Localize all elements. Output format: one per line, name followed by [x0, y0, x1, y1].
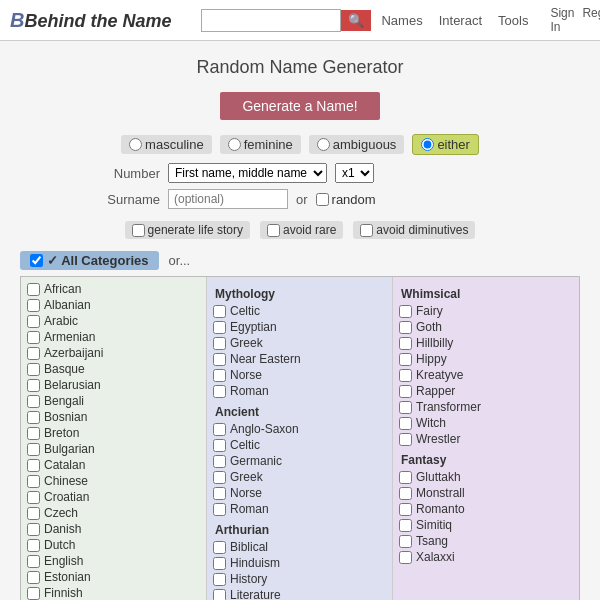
cat-african[interactable]: African: [27, 281, 200, 297]
cat-goth[interactable]: Goth: [399, 319, 573, 335]
cat-belarusian[interactable]: Belarusian: [27, 377, 200, 393]
search-bar: 🔍: [201, 9, 371, 32]
cat-roman-myth[interactable]: Roman: [213, 383, 386, 399]
cat-transformer[interactable]: Transformer: [399, 399, 573, 415]
cat-greek-myth[interactable]: Greek: [213, 335, 386, 351]
cat-near-eastern[interactable]: Near Eastern: [213, 351, 386, 367]
cat-english[interactable]: English: [27, 553, 200, 569]
cat-xalaxxi[interactable]: Xalaxxi: [399, 549, 573, 565]
gender-row: masculine feminine ambiguous either: [20, 134, 580, 155]
cat-hillbilly[interactable]: Hillbilly: [399, 335, 573, 351]
auth-links: Sign In Register: [550, 6, 600, 34]
cat-witch[interactable]: Witch: [399, 415, 573, 431]
extra-options-row: generate life story avoid rare avoid dim…: [20, 221, 580, 239]
cat-history[interactable]: History: [213, 571, 386, 587]
all-categories-label[interactable]: ✓ All Categories: [20, 251, 159, 270]
cat-basque[interactable]: Basque: [27, 361, 200, 377]
cat-kreatyve[interactable]: Kreatyve: [399, 367, 573, 383]
cat-celtic-ancient[interactable]: Celtic: [213, 437, 386, 453]
cat-wrestler[interactable]: Wrestler: [399, 431, 573, 447]
cat-bosnian[interactable]: Bosnian: [27, 409, 200, 425]
all-categories-text: ✓ All Categories: [47, 253, 149, 268]
gender-ambiguous[interactable]: ambiguous: [309, 135, 405, 154]
number-row: Number First name, middle name First nam…: [100, 163, 500, 183]
cat-finnish[interactable]: Finnish: [27, 585, 200, 600]
group-arthurian: Arthurian: [213, 523, 386, 537]
cat-egyptian[interactable]: Egyptian: [213, 319, 386, 335]
cat-tsang[interactable]: Tsang: [399, 533, 573, 549]
cat-fairy[interactable]: Fairy: [399, 303, 573, 319]
surname-input[interactable]: [168, 189, 288, 209]
cat-gluttakh[interactable]: Gluttakh: [399, 469, 573, 485]
surname-label: Surname: [100, 192, 160, 207]
cat-norse-myth[interactable]: Norse: [213, 367, 386, 383]
cat-literature[interactable]: Literature: [213, 587, 386, 600]
surname-random-label[interactable]: random: [316, 192, 376, 207]
generate-btn-wrap: Generate a Name!: [20, 92, 580, 120]
main-content: Random Name Generator Generate a Name! m…: [0, 41, 600, 600]
cat-albanian[interactable]: Albanian: [27, 297, 200, 313]
cat-armenian[interactable]: Armenian: [27, 329, 200, 345]
categories-col-1: African Albanian Arabic Armenian Azerbai…: [21, 277, 207, 600]
cat-breton[interactable]: Breton: [27, 425, 200, 441]
gender-masculine[interactable]: masculine: [121, 135, 212, 154]
categories-col-3: Whimsical Fairy Goth Hillbilly Hippy Kre…: [393, 277, 579, 600]
site-logo[interactable]: BBehind the Name: [10, 9, 171, 32]
cat-germanic[interactable]: Germanic: [213, 453, 386, 469]
group-mythology: Mythology: [213, 287, 386, 301]
cat-monstrall[interactable]: Monstrall: [399, 485, 573, 501]
cat-greek-ancient[interactable]: Greek: [213, 469, 386, 485]
cat-hippy[interactable]: Hippy: [399, 351, 573, 367]
search-button[interactable]: 🔍: [341, 10, 371, 31]
cat-rapper[interactable]: Rapper: [399, 383, 573, 399]
gender-feminine[interactable]: feminine: [220, 135, 301, 154]
group-fantasy: Fantasy: [399, 453, 573, 467]
categories-grid: African Albanian Arabic Armenian Azerbai…: [20, 276, 580, 600]
sign-in-link[interactable]: Sign In: [550, 6, 574, 34]
options-rows: Number First name, middle name First nam…: [100, 163, 500, 209]
cat-catalan[interactable]: Catalan: [27, 457, 200, 473]
group-ancient: Ancient: [213, 405, 386, 419]
site-title-text: Behind the Name: [24, 11, 171, 31]
categories-section: ✓ All Categories or... African Albanian …: [20, 251, 580, 600]
generate-button[interactable]: Generate a Name!: [220, 92, 379, 120]
nav: Names Interact Tools: [381, 13, 528, 28]
cat-estonian[interactable]: Estonian: [27, 569, 200, 585]
header: BBehind the Name 🔍 Names Interact Tools …: [0, 0, 600, 41]
surname-row: Surname or random: [100, 189, 500, 209]
number-label: Number: [100, 166, 160, 181]
count-select[interactable]: x1 x2 x3 x4 x5: [335, 163, 374, 183]
number-select[interactable]: First name, middle name First name only …: [168, 163, 327, 183]
cat-arabic[interactable]: Arabic: [27, 313, 200, 329]
cat-biblical[interactable]: Biblical: [213, 539, 386, 555]
avoid-diminutives[interactable]: avoid diminutives: [353, 221, 475, 239]
gender-either[interactable]: either: [412, 134, 479, 155]
cat-czech[interactable]: Czech: [27, 505, 200, 521]
cat-anglo-saxon[interactable]: Anglo-Saxon: [213, 421, 386, 437]
nav-interact[interactable]: Interact: [439, 13, 482, 28]
cat-romanto[interactable]: Romanto: [399, 501, 573, 517]
page-title: Random Name Generator: [20, 57, 580, 78]
group-whimsical: Whimsical: [399, 287, 573, 301]
cat-celtic-myth[interactable]: Celtic: [213, 303, 386, 319]
cat-bengali[interactable]: Bengali: [27, 393, 200, 409]
cat-chinese[interactable]: Chinese: [27, 473, 200, 489]
search-input[interactable]: [201, 9, 341, 32]
cat-roman-ancient[interactable]: Roman: [213, 501, 386, 517]
generate-life-story[interactable]: generate life story: [125, 221, 250, 239]
cat-dutch[interactable]: Dutch: [27, 537, 200, 553]
cat-norse-ancient[interactable]: Norse: [213, 485, 386, 501]
cat-croatian[interactable]: Croatian: [27, 489, 200, 505]
cat-hinduism[interactable]: Hinduism: [213, 555, 386, 571]
cat-danish[interactable]: Danish: [27, 521, 200, 537]
cat-simitiq[interactable]: Simitiq: [399, 517, 573, 533]
cat-azerbaijani[interactable]: Azerbaijani: [27, 345, 200, 361]
register-link[interactable]: Register: [582, 6, 600, 34]
nav-names[interactable]: Names: [381, 13, 422, 28]
avoid-rare[interactable]: avoid rare: [260, 221, 343, 239]
categories-col-2: Mythology Celtic Egyptian Greek Near Eas…: [207, 277, 393, 600]
nav-tools[interactable]: Tools: [498, 13, 528, 28]
all-categories-row: ✓ All Categories or...: [20, 251, 580, 270]
surname-random-checkbox[interactable]: [316, 193, 329, 206]
cat-bulgarian[interactable]: Bulgarian: [27, 441, 200, 457]
